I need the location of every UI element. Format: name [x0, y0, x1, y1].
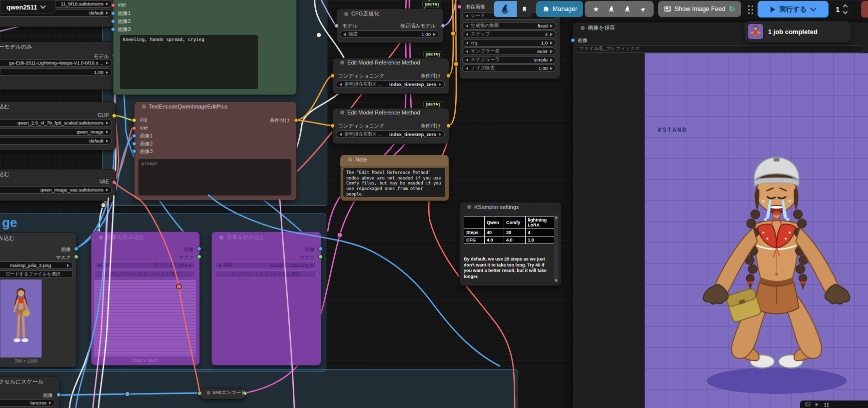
- combo-prev-icon[interactable]: [218, 264, 221, 267]
- scroll-down-icon[interactable]: [555, 280, 558, 282]
- manager-button[interactable]: Manager: [536, 1, 583, 17]
- combo-next-icon[interactable]: [106, 12, 108, 14]
- show-image-feed-button[interactable]: Show Image Feed ↻: [658, 1, 741, 17]
- ref-prompt-textarea[interactable]: kneeling, hands spread, crying: [120, 35, 258, 89]
- job-toast[interactable]: 1 job completed: [745, 21, 851, 42]
- logo-glyph-icon-2[interactable]: [624, 5, 632, 13]
- clip-device-widget[interactable]: default: [0, 137, 112, 144]
- collapse-dot-icon[interactable]: [581, 26, 585, 30]
- chevron-down-icon[interactable]: [40, 3, 46, 8]
- te-input-image3-port[interactable]: [132, 149, 136, 154]
- combo-next-icon[interactable]: [106, 188, 108, 192]
- interrupt-button[interactable]: ✕: [861, 1, 868, 18]
- combo-next-icon[interactable]: [106, 130, 108, 134]
- combo-next-icon[interactable]: [106, 140, 108, 142]
- stepper-down-icon[interactable]: [843, 10, 848, 14]
- combo-next-icon[interactable]: [67, 264, 69, 267]
- lora-strength-widget[interactable]: 強度 1.00: [0, 68, 112, 76]
- text-encode-title[interactable]: TextEncodeQwenImageEditPlus: [138, 104, 231, 110]
- combo-prev-icon[interactable]: [466, 50, 468, 53]
- note-textarea[interactable]: The "Edit Model Reference Method" nodes …: [343, 168, 445, 197]
- er2-output-port[interactable]: [446, 124, 451, 128]
- combo-next-icon[interactable]: [189, 264, 192, 267]
- save-image-title[interactable]: 画像を保存: [577, 24, 619, 32]
- te-input-vae-port[interactable]: [132, 126, 136, 130]
- te-output-cond-port[interactable]: [294, 118, 298, 122]
- sp-method-widget[interactable]: lanczos: [0, 399, 55, 406]
- combo-next-icon[interactable]: [439, 83, 441, 86]
- lim-output-mask-port[interactable]: [74, 254, 78, 259]
- note-title[interactable]: Note: [344, 156, 371, 162]
- ve-input-port[interactable]: [197, 391, 202, 396]
- chevron-down-icon[interactable]: [810, 5, 817, 12]
- combo-prev-icon[interactable]: [466, 14, 468, 18]
- si-input-image-port[interactable]: [571, 38, 575, 42]
- clip-type-widget[interactable]: qwen_image: [0, 128, 112, 136]
- si-filename-prefix-widget[interactable]: ファイル名_プレフィックス: [576, 45, 865, 52]
- collapse-dot-icon[interactable]: [344, 12, 348, 16]
- combo-prev-icon[interactable]: [466, 42, 468, 44]
- ks-cfg-widget[interactable]: cfg 1.0: [462, 39, 556, 46]
- combo-prev-icon[interactable]: [466, 24, 468, 28]
- er2-method-widget[interactable]: 参照潜在変数X ... index_timestep_zero: [336, 130, 445, 138]
- edit-ref-1-title[interactable]: Edit Model Reference Method: [336, 60, 424, 66]
- vae-output-port[interactable]: [112, 180, 116, 184]
- load-image-chair-title[interactable]: 画像を読み込む: [215, 234, 269, 241]
- lic-upload-button[interactable]: アップロードするファイルを選択: [215, 270, 317, 278]
- collapse-dot-icon[interactable]: [467, 205, 471, 209]
- cfg-norm-title[interactable]: CFG正規化: [340, 10, 383, 18]
- comfyui-canvas[interactable]: ge 11_bf16.safetens: [0, 0, 868, 408]
- scale-pixels-title[interactable]: ピクセルにスケール: [0, 378, 47, 386]
- clip-loader-title[interactable]: み込む: [0, 103, 14, 110]
- clip-output-port[interactable]: [112, 114, 116, 118]
- logo-glyph-icon-1[interactable]: [608, 5, 616, 13]
- te-input-image1-port[interactable]: [132, 134, 136, 138]
- combo-prev-icon[interactable]: [466, 58, 468, 62]
- er1-input-cond-port[interactable]: [330, 74, 335, 78]
- workflow-tab[interactable]: qwen2511: [0, 0, 56, 14]
- lin-upload-button[interactable]: アップロードするファイルを選択: [94, 270, 195, 278]
- lic-output-mask-port[interactable]: [318, 254, 323, 259]
- share-icon[interactable]: ➤: [638, 4, 647, 14]
- lin-output-mask-port[interactable]: [197, 254, 201, 259]
- bookmark-button[interactable]: [517, 1, 532, 17]
- combo-next-icon[interactable]: [106, 62, 108, 64]
- te-input-image2-port[interactable]: [132, 142, 136, 146]
- stepper-up-icon[interactable]: [843, 4, 848, 10]
- combo-next-icon[interactable]: [550, 24, 553, 28]
- te-input-clip-port[interactable]: [132, 118, 136, 122]
- combo-next-icon[interactable]: [550, 50, 553, 53]
- lim-filename-widget[interactable]: mainsp_julia_2.png: [0, 262, 73, 269]
- er2-input-cond-port[interactable]: [330, 124, 335, 128]
- combo-prev-icon[interactable]: [98, 264, 100, 267]
- ks-sampler-widget[interactable]: サンプラー名 euler: [462, 48, 556, 55]
- play-icon[interactable]: [816, 402, 819, 406]
- cfgn-strength-widget[interactable]: 強度 1.00: [340, 30, 439, 38]
- cfgn-output-port[interactable]: [441, 24, 445, 28]
- edit-ref-2-title[interactable]: Edit Model Reference Method: [336, 110, 424, 116]
- preview-toolbar[interactable]: [800, 400, 868, 408]
- job-thumbnail[interactable]: [748, 24, 763, 39]
- te-prompt-textarea[interactable]: prompt: [138, 159, 291, 196]
- combo-prev-icon[interactable]: [343, 33, 346, 36]
- collapse-dot-icon[interactable]: [219, 236, 223, 240]
- run-button[interactable]: 実行する: [758, 1, 829, 18]
- collapse-dot-icon[interactable]: [340, 110, 344, 114]
- sp-output-image-port[interactable]: [56, 392, 61, 397]
- vae-encode-title[interactable]: VAEエンコード: [203, 390, 250, 396]
- lim-upload-button[interactable]: ロードするファイルを選択: [0, 270, 73, 278]
- ks-scheduler-widget[interactable]: スケジューラ simple: [462, 56, 556, 64]
- ref-input-image3-port[interactable]: [111, 27, 115, 32]
- image-icon[interactable]: [805, 402, 811, 407]
- clip-name-widget[interactable]: qwen_2.5_vl_7b_fp8_scaled.safetensors: [0, 119, 112, 126]
- er1-method-widget[interactable]: 参照潜在変数X ... index_timestep_zero: [336, 80, 445, 88]
- group-bottom[interactable]: [0, 369, 518, 408]
- quick-icons-group[interactable]: ★ ➤: [585, 1, 654, 17]
- vae-loader-title[interactable]: み込む: [0, 170, 14, 178]
- combo-next-icon[interactable]: [433, 33, 436, 36]
- combo-next-icon[interactable]: [439, 133, 441, 136]
- combo-prev-icon[interactable]: [339, 133, 342, 136]
- lic-output-image-port[interactable]: [318, 246, 323, 251]
- load-image-main-title[interactable]: み込む: [0, 234, 19, 242]
- lim-output-image-port[interactable]: [74, 246, 78, 251]
